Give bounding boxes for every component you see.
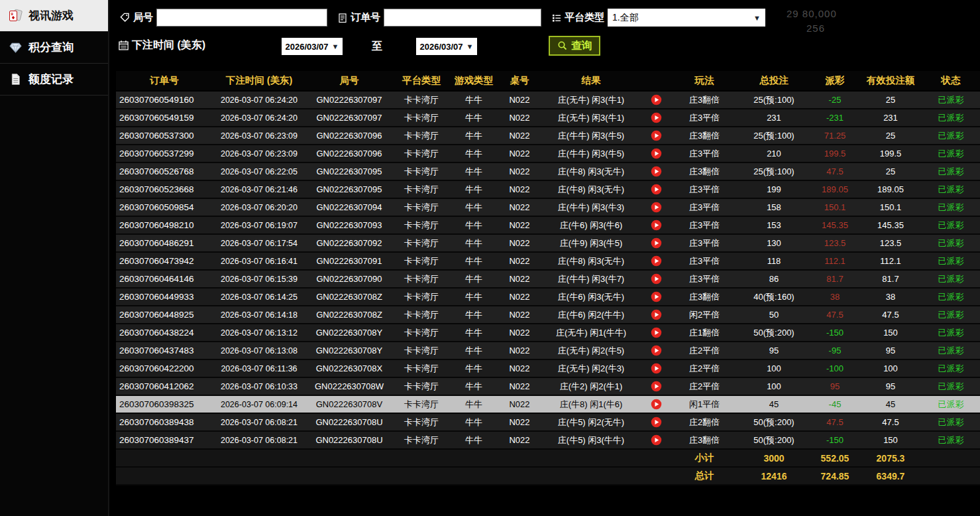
play-video-button[interactable] [651,148,662,159]
cell-payout: 145.35 [810,216,859,234]
table-header: 订单号 下注时间 (美东) 局号 平台类型 游戏类型 桌号 结果 玩法 总投注 … [116,71,980,91]
cell-table-number: N022 [498,91,541,109]
play-video-button[interactable] [651,255,662,267]
cell-game-type: 牛牛 [450,234,498,252]
table-row[interactable]: 260307060537299 2026-03-07 06:23:09 GN02… [116,145,980,162]
cell-platform-type: 卡卡湾厅 [393,413,450,431]
cell-result: 庄(牛8) 闲3(无牛) [541,162,641,180]
cell-table-number: N022 [498,252,541,270]
cell-platform-type: 卡卡湾厅 [393,109,450,127]
cell-platform-type: 卡卡湾厅 [393,395,450,413]
table-row[interactable]: 260307060437483 2026-03-07 06:13:08 GN02… [116,342,980,359]
clipboard-icon [337,12,348,23]
sidebar-item-video-games[interactable]: 9 视讯游戏 [0,0,108,32]
cell-table-number: N022 [498,359,541,377]
play-video-button[interactable] [651,327,662,338]
cell-play-method: 闲1平倍 [671,395,737,413]
cell-result: 庄(无牛) 闲1(牛牛) [541,324,641,342]
play-video-button[interactable] [651,291,662,302]
cell-table-number: N022 [498,216,541,234]
table-row[interactable]: 260307060389438 2026-03-07 06:08:21 GN02… [116,413,980,431]
cell-valid-bet: 47.5 [859,413,922,431]
cell-table-number: N022 [498,180,541,198]
cell-status: 已派彩 [922,288,980,306]
query-button[interactable]: 查询 [549,36,600,56]
table-row[interactable]: 260307060422200 2026-03-07 06:11:36 GN02… [116,359,980,377]
document-icon [8,72,23,87]
platform-type-select[interactable]: 1.全部 ▼ [608,9,765,27]
cell-play-video [641,342,671,359]
play-video-button[interactable] [651,309,662,320]
table-row[interactable]: 260307060523668 2026-03-07 06:21:46 GN02… [116,180,980,198]
date-from-select[interactable]: 2026/03/07 ▼ [282,38,343,55]
cell-table-number: N022 [498,395,541,413]
sidebar-item-points-query[interactable]: 积分查询 [0,32,108,64]
play-video-button[interactable] [651,202,662,213]
play-video-button[interactable] [651,237,662,249]
table-row[interactable]: 260307060526768 2026-03-07 06:22:05 GN02… [116,162,980,180]
date-to-value: 2026/03/07 [420,42,463,52]
column-result: 结果 [541,71,641,91]
cell-result: 庄(牛8) 闲3(无牛) [541,180,641,198]
cell-play-method: 庄2翻倍 [671,413,737,431]
table-row[interactable]: 260307060389437 2026-03-07 06:08:21 GN02… [116,431,980,449]
table-row[interactable]: 260307060448925 2026-03-07 06:14:18 GN02… [116,306,980,324]
play-video-button[interactable] [651,273,662,285]
bet-time-filter-group: 下注时间 (美东) [118,38,205,52]
cell-valid-bet: 25 [859,162,922,180]
table-row[interactable]: 260307060412062 2026-03-07 06:10:33 GN02… [116,377,980,395]
play-video-button[interactable] [651,184,662,195]
play-video-button[interactable] [651,220,662,231]
cell-platform-type: 卡卡湾厅 [393,145,450,162]
table-row[interactable]: 260307060449933 2026-03-07 06:14:25 GN02… [116,288,980,306]
table-row[interactable]: 260307060464146 2026-03-07 06:15:39 GN02… [116,270,980,288]
cell-play-video [641,377,671,395]
round-number-input[interactable] [156,9,327,27]
play-video-button[interactable] [651,417,662,428]
table-row[interactable]: 260307060438224 2026-03-07 06:13:12 GN02… [116,324,980,342]
play-video-button[interactable] [651,94,662,105]
cell-result: 庄(牛牛) 闲3(牛3) [541,198,641,216]
bet-time-label: 下注时间 (美东) [118,38,205,52]
cell-total-bet: 210 [737,145,810,162]
cell-valid-bet: 38 [859,288,922,306]
play-video-button[interactable] [651,130,662,141]
cell-result: 庄(牛牛) 闲3(牛5) [541,127,641,145]
cell-status: 已派彩 [922,145,980,162]
table-row[interactable]: 260307060398325 2026-03-07 06:09:14 GN02… [116,395,980,413]
cell-result: 庄(无牛) 闲2(牛5) [541,342,641,359]
table-row[interactable]: 260307060498210 2026-03-07 06:19:07 GN02… [116,216,980,234]
play-video-button[interactable] [651,363,662,374]
list-icon [551,12,562,23]
cell-bet-time: 2026-03-07 06:21:46 [213,180,305,198]
play-video-button[interactable] [651,399,662,410]
cell-status: 已派彩 [922,377,980,395]
play-video-button[interactable] [651,166,662,177]
play-video-button[interactable] [651,345,662,356]
table-row[interactable]: 260307060549160 2026-03-07 06:24:20 GN02… [116,91,980,109]
table-row[interactable]: 260307060549159 2026-03-07 06:24:20 GN02… [116,109,980,127]
grand-total-row: 总计 12416 724.85 6349.7 [116,467,980,485]
play-video-button[interactable] [651,434,662,446]
cell-play-method: 庄3翻倍 [671,431,737,449]
cell-result: 庄(牛5) 闲3(牛牛) [541,431,641,449]
cell-play-video [641,145,671,162]
table-row[interactable]: 260307060537300 2026-03-07 06:23:09 GN02… [116,127,980,145]
cell-table-number: N022 [498,306,541,324]
cell-result: 庄(牛6) 闲2(牛牛) [541,306,641,324]
chevron-down-icon: ▼ [332,42,339,50]
table-row[interactable]: 260307060486291 2026-03-07 06:17:54 GN02… [116,234,980,252]
table-row[interactable]: 260307060473942 2026-03-07 06:16:41 GN02… [116,252,980,270]
subtotal-payout: 552.05 [810,449,859,467]
cell-table-number: N022 [498,270,541,288]
sidebar-item-quota-records[interactable]: 额度记录 [0,64,108,96]
cell-bet-time: 2026-03-07 06:23:09 [213,127,305,145]
cell-total-bet: 153 [737,216,810,234]
date-to-select[interactable]: 2026/03/07 ▼ [416,38,477,55]
cell-play-video [641,109,671,127]
table-row[interactable]: 260307060509854 2026-03-07 06:20:20 GN02… [116,198,980,216]
order-number-input[interactable] [384,9,541,27]
play-video-button[interactable] [651,112,662,123]
play-video-button[interactable] [651,381,662,392]
column-bet-time: 下注时间 (美东) [213,71,305,91]
